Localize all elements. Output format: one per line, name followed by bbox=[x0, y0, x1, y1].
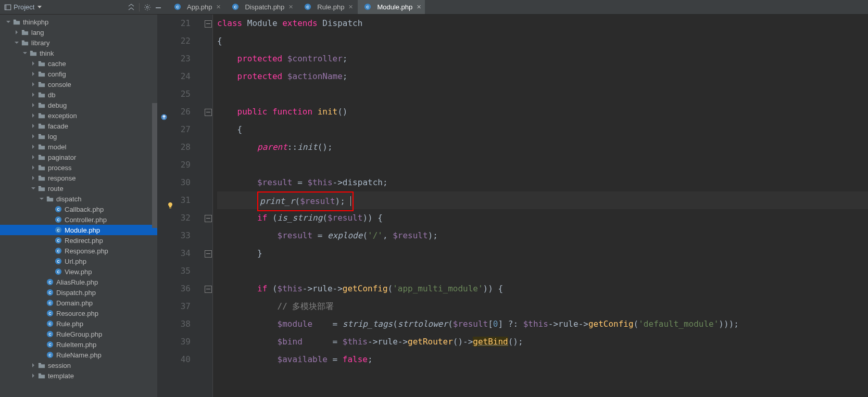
fold-toggle[interactable] bbox=[205, 20, 212, 28]
fold-toggle[interactable] bbox=[205, 215, 212, 222]
tree-folder[interactable]: paginator bbox=[0, 152, 157, 162]
chevron-icon[interactable] bbox=[30, 374, 36, 378]
tree-file[interactable]: CView.php bbox=[0, 266, 157, 277]
code-line[interactable]: protected $actionName; bbox=[217, 68, 868, 85]
line-number[interactable]: 31 bbox=[157, 191, 191, 209]
tree-folder[interactable]: lang bbox=[0, 27, 157, 37]
tree-file[interactable]: CRuleGroup.php bbox=[0, 329, 157, 339]
tree-folder[interactable]: dispatch bbox=[0, 194, 157, 204]
scrollbar-thumb[interactable] bbox=[152, 103, 157, 228]
tree-folder[interactable]: facade bbox=[0, 121, 157, 131]
tree-folder[interactable]: library bbox=[0, 37, 157, 48]
line-number[interactable]: 24 bbox=[157, 68, 191, 85]
editor-tab[interactable]: CApp.php✕ bbox=[168, 0, 224, 14]
tree-file[interactable]: CController.php bbox=[0, 214, 157, 225]
tree-folder[interactable]: template bbox=[0, 370, 157, 381]
tree-file[interactable]: CRuleName.php bbox=[0, 350, 157, 360]
tree-file[interactable]: CDomain.php bbox=[0, 298, 157, 308]
chevron-icon[interactable] bbox=[30, 72, 36, 76]
code-line[interactable]: $result = explode('/', $result); bbox=[217, 227, 868, 245]
line-number[interactable]: 36 bbox=[157, 280, 191, 298]
chevron-icon[interactable] bbox=[30, 124, 36, 128]
line-number[interactable]: 39 bbox=[157, 333, 191, 351]
code-line[interactable]: $bind = $this->rule->getRouter()->getBin… bbox=[217, 333, 868, 351]
intention-bulb-icon[interactable] bbox=[167, 197, 174, 214]
chevron-icon[interactable] bbox=[30, 134, 36, 138]
project-tree[interactable]: thinkphplanglibrarythinkcacheconfigconso… bbox=[0, 15, 157, 397]
line-number[interactable]: 33 bbox=[157, 227, 191, 245]
chevron-icon[interactable] bbox=[30, 165, 36, 170]
hide-tool-button[interactable] bbox=[155, 4, 161, 10]
editor-tab[interactable]: CRule.php✕ bbox=[298, 0, 357, 14]
chevron-icon[interactable] bbox=[30, 155, 36, 159]
chevron-icon[interactable] bbox=[39, 197, 45, 201]
line-number[interactable]: 34 bbox=[157, 245, 191, 262]
override-gutter-icon[interactable] bbox=[160, 108, 168, 126]
line-number[interactable]: 35 bbox=[157, 262, 191, 280]
line-number[interactable]: 38 bbox=[157, 315, 191, 333]
fold-toggle[interactable] bbox=[205, 109, 212, 116]
tree-folder[interactable]: process bbox=[0, 162, 157, 173]
code-line[interactable]: parent::init(); bbox=[217, 138, 868, 156]
tree-folder[interactable]: thinkphp bbox=[0, 17, 157, 27]
code-line[interactable]: // 多模块部署 bbox=[217, 298, 868, 315]
tree-folder[interactable]: route bbox=[0, 183, 157, 194]
line-number[interactable]: 40 bbox=[157, 351, 191, 368]
line-number[interactable]: 21 bbox=[157, 15, 191, 32]
tree-folder[interactable]: response bbox=[0, 173, 157, 183]
chevron-icon[interactable] bbox=[22, 51, 28, 55]
line-number[interactable]: 29 bbox=[157, 156, 191, 174]
tree-file[interactable]: CRuleItem.php bbox=[0, 339, 157, 350]
code-line[interactable]: if ($this->rule->getConfig('app_multi_mo… bbox=[217, 280, 868, 298]
chevron-icon[interactable] bbox=[30, 61, 36, 66]
tree-file[interactable]: CResource.php bbox=[0, 308, 157, 318]
line-number[interactable]: 23 bbox=[157, 50, 191, 68]
chevron-icon[interactable] bbox=[30, 145, 36, 149]
fold-end[interactable] bbox=[205, 250, 212, 258]
fold-column[interactable] bbox=[203, 15, 213, 397]
collapse-all-button[interactable] bbox=[128, 4, 135, 11]
chevron-icon[interactable] bbox=[30, 363, 36, 367]
tree-file[interactable]: CUrl.php bbox=[0, 256, 157, 266]
code-line[interactable]: protected $controller; bbox=[217, 50, 868, 68]
close-icon[interactable]: ✕ bbox=[288, 4, 293, 10]
code-line[interactable]: public function init() bbox=[217, 103, 868, 121]
tree-file[interactable]: CRule.php bbox=[0, 318, 157, 329]
tree-folder[interactable]: session bbox=[0, 360, 157, 370]
chevron-icon[interactable] bbox=[30, 186, 36, 190]
chevron-icon[interactable] bbox=[30, 176, 36, 180]
close-icon[interactable]: ✕ bbox=[348, 4, 353, 10]
code-line[interactable] bbox=[217, 85, 868, 103]
chevron-icon[interactable] bbox=[5, 20, 11, 24]
code-area[interactable]: class Module extends Dispatch{ protected… bbox=[213, 15, 868, 397]
line-number[interactable]: 32 bbox=[157, 209, 191, 227]
tree-folder[interactable]: debug bbox=[0, 100, 157, 110]
code-line[interactable]: { bbox=[217, 32, 868, 50]
tree-file[interactable]: CModule.php bbox=[0, 225, 157, 235]
chevron-icon[interactable] bbox=[30, 103, 36, 107]
chevron-icon[interactable] bbox=[30, 93, 36, 97]
tree-file[interactable]: CRedirect.php bbox=[0, 235, 157, 246]
tree-file[interactable]: CResponse.php bbox=[0, 246, 157, 256]
tree-folder[interactable]: db bbox=[0, 89, 157, 100]
code-editor[interactable]: 2122232425262728293031323334353637383940… bbox=[157, 15, 868, 397]
code-line[interactable]: class Module extends Dispatch bbox=[217, 15, 868, 32]
tree-folder[interactable]: config bbox=[0, 69, 157, 79]
settings-button[interactable] bbox=[144, 4, 151, 11]
tree-file[interactable]: CAliasRule.php bbox=[0, 277, 157, 287]
line-number[interactable]: 30 bbox=[157, 174, 191, 191]
chevron-icon[interactable] bbox=[14, 41, 20, 45]
tree-folder[interactable]: console bbox=[0, 79, 157, 89]
close-icon[interactable]: ✕ bbox=[216, 4, 221, 10]
code-line[interactable] bbox=[217, 156, 868, 174]
line-number[interactable]: 25 bbox=[157, 85, 191, 103]
tree-file[interactable]: CDispatch.php bbox=[0, 287, 157, 298]
chevron-icon[interactable] bbox=[30, 82, 36, 86]
code-line[interactable] bbox=[217, 262, 868, 280]
code-line[interactable]: $module = strip_tags(strtolower($result[… bbox=[217, 315, 868, 333]
line-number[interactable]: 28 bbox=[157, 138, 191, 156]
tree-folder[interactable]: log bbox=[0, 131, 157, 142]
tree-folder[interactable]: cache bbox=[0, 58, 157, 69]
code-line[interactable]: $available = false; bbox=[217, 351, 868, 368]
tree-folder[interactable]: think bbox=[0, 48, 157, 58]
